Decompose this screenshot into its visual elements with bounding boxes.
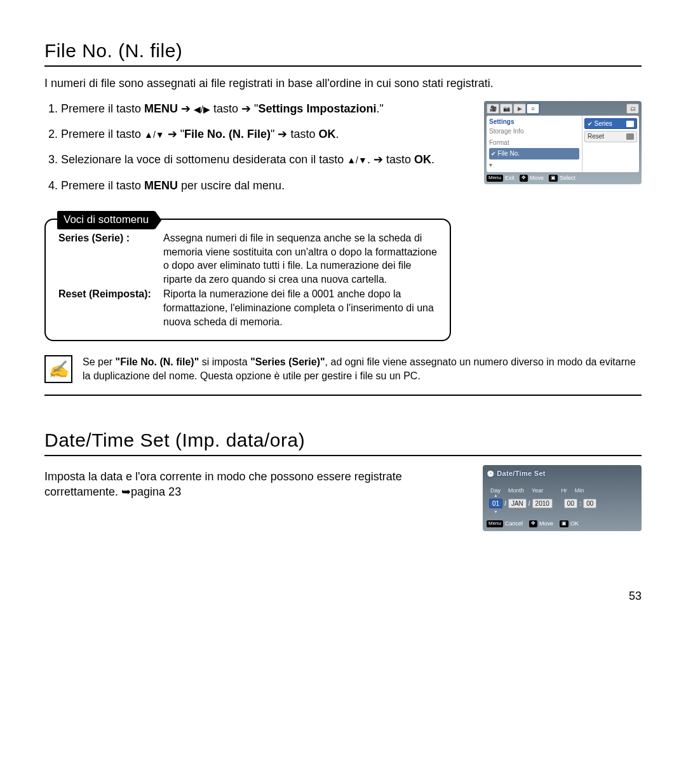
section2-intro: Imposta la data e l'ora corrente in modo…	[44, 469, 470, 500]
field-hour: 00	[564, 499, 577, 509]
section2-title: Date/Time Set (Imp. data/ora)	[44, 428, 642, 456]
move-icon: ✥	[529, 520, 537, 527]
submenu-reset-title: Reset (Reimposta):	[58, 287, 163, 328]
page-number: 53	[44, 588, 642, 604]
step-4: Premere il tasto MENU per uscire dal men…	[61, 178, 471, 193]
datetime-bottom-bar: MenuCancel ✥Move ▣OK	[487, 520, 638, 527]
step-2: Premere il tasto ▲/▼ ➔ "File No. (N. Fil…	[61, 126, 471, 142]
tab-play-icon: ▶	[513, 104, 526, 114]
field-day: 01	[489, 499, 502, 509]
datetime-screen-title: Date/Time Set	[487, 469, 638, 478]
fileno-settings-screen: 🎥 📷 ▶ ≡ 🗂 Settings Storage Info Format F…	[484, 101, 642, 185]
series-icon	[626, 121, 634, 127]
move-icon: ✥	[520, 175, 528, 182]
note-box: ✍ Se per "File No. (N. file)" si imposta…	[44, 355, 642, 396]
tab-video-icon: 🎥	[487, 104, 499, 114]
menu-format: Format	[489, 137, 579, 149]
screen-bottom-bar: MenuExit ✥Move ▣Select	[487, 174, 639, 182]
option-reset: Reset	[584, 131, 637, 142]
tab-settings-icon: ≡	[527, 104, 539, 114]
screen-settings-title: Settings	[489, 118, 579, 126]
clock-icon	[487, 469, 494, 478]
note-text: Se per "File No. (N. file)" si imposta "…	[83, 355, 642, 382]
submenu-box: Voci di sottomenu Series (Serie) : Asseg…	[44, 219, 451, 341]
screen-tabs: 🎥 📷 ▶ ≡ 🗂	[487, 104, 639, 114]
left-right-icon: ◀/▶	[194, 104, 210, 114]
select-icon: ▣	[549, 175, 558, 182]
submenu-reset-desc: Riporta la numerazione dei file a 0001 a…	[163, 287, 437, 328]
up-down-icon: ▲/▼	[347, 155, 367, 165]
tab-card-icon: 🗂	[626, 104, 639, 114]
submenu-series-desc: Assegna numeri di file in sequenza anche…	[163, 231, 437, 286]
note-icon: ✍	[44, 355, 72, 383]
menu-file-no: File No.	[489, 148, 579, 159]
reset-icon	[626, 133, 634, 140]
menu-storage-info: Storage Info	[489, 126, 579, 137]
section1-steps: Premere il tasto MENU ➔ ◀/▶ tasto ➔ "Set…	[44, 101, 471, 203]
submenu-label: Voci di sottomenu	[57, 211, 155, 229]
ok-icon: ▣	[560, 520, 568, 527]
datetime-fields: 01 / JAN / 2010 00 : 00	[489, 499, 638, 509]
step-1: Premere il tasto MENU ➔ ◀/▶ tasto ➔ "Set…	[61, 101, 471, 116]
field-month: JAN	[508, 499, 527, 509]
submenu-series-title: Series (Serie) :	[58, 231, 163, 286]
section1-title: File No. (N. file)	[44, 38, 642, 67]
field-year: 2010	[532, 499, 553, 509]
up-down-icon: ▲/▼	[144, 130, 165, 140]
field-min: 00	[583, 499, 596, 509]
menu-down-arrow: ▾	[489, 159, 579, 171]
datetime-headers: Day Month Year Hr Min	[490, 487, 638, 494]
step-3: Selezionare la voce di sottomenu desider…	[61, 152, 471, 167]
datetime-set-screen: Date/Time Set Day Month Year Hr Min 01 /…	[483, 465, 642, 532]
section1-intro: I numeri di file sono assegnati ai file …	[44, 76, 642, 91]
option-series: Series	[584, 118, 637, 130]
tab-photo-icon: 📷	[500, 104, 513, 114]
